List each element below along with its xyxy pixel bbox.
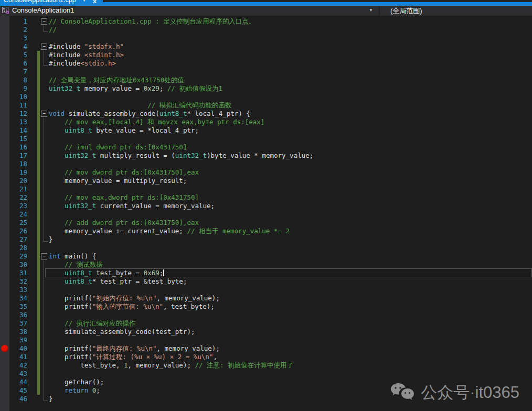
line-number: 27 — [8, 235, 27, 244]
types-dropdown[interactable]: ConsoleApplication1 — [12, 6, 75, 14]
code-line[interactable]: 19 // mov dword ptr ds:[0x431750],eax — [0, 168, 532, 177]
line-number: 42 — [8, 361, 27, 370]
outline-guide — [44, 386, 44, 395]
change-tracking-bar — [37, 118, 40, 126]
code-line[interactable]: 34 printf("初始内存值: %u\n", memory_value); — [0, 294, 532, 302]
code-line[interactable]: 27} — [0, 235, 532, 244]
close-icon[interactable]: × — [93, 0, 97, 5]
code-lines: 1−// ConsoleApplication1.cpp : 定义控制台应用程序… — [0, 17, 532, 403]
change-tracking-bar — [37, 185, 40, 193]
code-line[interactable]: 23 uint32_t current_value = memory_value… — [0, 202, 532, 210]
code-line[interactable]: 16 // imul dword ptr ds:[0x431750] — [0, 143, 532, 152]
change-tracking-bar — [37, 286, 40, 294]
code-line[interactable]: 35 printf("输入的字节值: %u\n", test_byte); — [0, 302, 532, 311]
outline-guide — [44, 177, 44, 185]
code-line[interactable]: 25 // add dword ptr ds:[0x431750],eax — [0, 219, 532, 227]
line-number: 41 — [8, 353, 27, 361]
line-number: 34 — [8, 294, 27, 302]
change-tracking-bar — [37, 101, 40, 110]
outline-guide — [44, 143, 44, 152]
code-line[interactable]: 10 — [0, 93, 532, 101]
line-number: 22 — [8, 193, 27, 202]
outline-guide — [44, 227, 44, 235]
code-line[interactable]: 6#include<stdio.h> — [0, 59, 532, 68]
code-line[interactable]: 14 uint8_t byte_value = *local_4_ptr; — [0, 126, 532, 135]
code-text: // mov eax,dword ptr ds:[0x431750] — [49, 193, 199, 202]
outline-guide — [44, 261, 44, 269]
code-editor[interactable]: 1−// ConsoleApplication1.cpp : 定义控制台应用程序… — [0, 16, 532, 411]
code-line[interactable]: 41 printf("计算过程: (%u × %u) × 2 = %u\n", — [0, 353, 532, 361]
code-line[interactable]: 32 uint8_t* test_ptr = &test_byte; — [0, 277, 532, 286]
outline-guide — [44, 219, 44, 227]
code-text: uint32_t memory_value = 0x29; // 初始值假设为1 — [49, 84, 222, 93]
code-line[interactable]: 7 — [0, 68, 532, 76]
outline-guide — [44, 193, 44, 202]
code-line[interactable]: 8// 全局变量，对应内存地址0x431750处的值 — [0, 76, 532, 84]
outline-guide — [44, 126, 44, 135]
outline-guide — [44, 118, 44, 126]
line-number: 40 — [8, 344, 27, 353]
chevron-down-icon[interactable]: ▼ — [369, 8, 373, 13]
outline-guide — [44, 344, 44, 353]
line-number: 37 — [8, 319, 27, 328]
tab-title: ConsoleApplication1.cpp — [4, 0, 76, 4]
code-line[interactable]: 11 // 模拟汇编代码功能的函数 — [0, 101, 532, 110]
code-line[interactable]: 3 — [0, 34, 532, 42]
code-text: test_byte, 1, memory_value); // 注意: 初始值在… — [49, 361, 293, 370]
change-tracking-bar — [37, 193, 40, 202]
code-line[interactable]: 4−#include "stdafx.h" — [0, 42, 532, 51]
scope-dropdown[interactable]: (全局范围) — [390, 6, 422, 16]
code-line[interactable]: 21 — [0, 185, 532, 193]
code-line[interactable]: 24 — [0, 210, 532, 219]
change-tracking-bar — [37, 143, 40, 152]
code-text: void simulate_assembly_code(uint8_t* loc… — [49, 110, 250, 118]
code-line[interactable]: 31 uint8_t test_byte = 0x69; — [0, 269, 532, 277]
outline-guide — [44, 277, 44, 286]
tab-consoleapplication1-cpp[interactable]: ConsoleApplication1.cpp ▼ × — [0, 0, 103, 6]
code-line[interactable]: 15 — [0, 135, 532, 143]
code-text: simulate_assembly_code(test_ptr); — [49, 328, 195, 336]
code-line[interactable]: 20 memory_value = multiply_result; — [0, 177, 532, 185]
code-line[interactable]: 38 simulate_assembly_code(test_ptr); — [0, 328, 532, 336]
code-line[interactable]: 18 — [0, 160, 532, 168]
breakpoint-icon[interactable] — [1, 345, 8, 352]
code-line[interactable]: 37 // 执行汇编对应的操作 — [0, 319, 532, 328]
code-line[interactable]: 30 // 测试数据 — [0, 261, 532, 269]
code-line[interactable]: 9uint32_t memory_value = 0x29; // 初始值假设为… — [0, 84, 532, 93]
collapse-toggle-icon[interactable]: − — [41, 18, 47, 25]
code-line[interactable]: 17 uint32_t multiply_result = (uint32_t)… — [0, 152, 532, 160]
line-number: 43 — [8, 370, 27, 378]
collapse-toggle-icon[interactable]: − — [41, 253, 47, 259]
change-tracking-bar — [37, 294, 40, 302]
code-line[interactable]: 40 printf("最终内存值: %u\n", memory_value); — [0, 344, 532, 353]
outline-guide — [44, 370, 44, 378]
outline-guide-corner — [44, 31, 48, 32]
line-number: 45 — [8, 386, 27, 395]
collapse-toggle-icon[interactable]: − — [41, 44, 47, 50]
code-line[interactable]: 26 memory_value += current_value; // 相当于… — [0, 227, 532, 235]
outline-guide — [44, 328, 44, 336]
code-line[interactable]: 2// — [0, 26, 532, 34]
code-line[interactable]: 43 — [0, 370, 532, 378]
code-line[interactable]: 28 — [0, 244, 532, 252]
change-tracking-bar — [37, 168, 40, 177]
code-line[interactable]: 39 — [0, 336, 532, 344]
collapse-toggle-icon[interactable]: − — [41, 111, 47, 117]
code-line[interactable]: 12−void simulate_assembly_code(uint8_t* … — [0, 110, 532, 118]
outline-guide — [44, 294, 44, 302]
code-text: int main() { — [49, 252, 96, 261]
code-text: // 测试数据 — [49, 261, 103, 269]
code-line[interactable]: 33 — [0, 286, 532, 294]
code-line[interactable]: 13 // mov eax,[local.4] 和 movzx eax,byte… — [0, 118, 532, 126]
pin-icon[interactable]: ▼ — [82, 0, 87, 3]
code-line[interactable]: 29−int main() { — [0, 252, 532, 261]
change-tracking-bar — [37, 160, 40, 168]
change-tracking-bar — [37, 386, 40, 395]
code-line[interactable]: 36 — [0, 311, 532, 319]
code-line[interactable]: 5#include <stdint.h> — [0, 51, 532, 59]
code-line[interactable]: 22 // mov eax,dword ptr ds:[0x431750] — [0, 193, 532, 202]
code-text: return 0; — [49, 386, 100, 395]
code-line[interactable]: 1−// ConsoleApplication1.cpp : 定义控制台应用程序… — [0, 17, 532, 26]
line-number: 14 — [8, 126, 27, 135]
code-line[interactable]: 42 test_byte, 1, memory_value); // 注意: 初… — [0, 361, 532, 370]
